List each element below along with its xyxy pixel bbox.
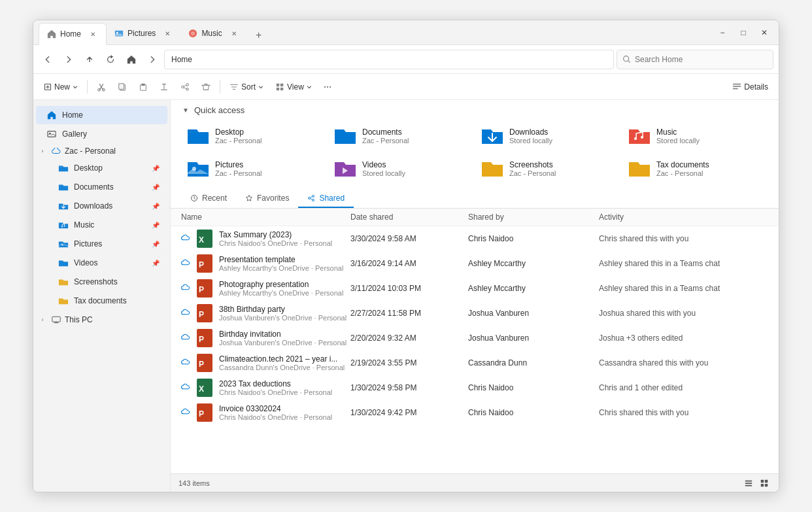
tab-shared[interactable]: Shared — [298, 190, 354, 208]
cut-icon — [97, 82, 106, 92]
svg-text:P: P — [199, 260, 204, 269]
back-button[interactable] — [39, 50, 57, 69]
tab-home-close[interactable]: ✕ — [88, 29, 98, 39]
file-name-info: 2023 Tax deductions Chris Naidoo's OneDr… — [219, 379, 332, 396]
share-button[interactable] — [175, 78, 195, 96]
sidebar-item-desktop[interactable]: Desktop 📌 — [36, 159, 167, 177]
pictures-folder-icon — [58, 239, 69, 249]
home-nav-button[interactable] — [122, 50, 141, 69]
svg-point-15 — [186, 88, 189, 90]
tab-pictures[interactable]: Pictures ✕ — [107, 22, 180, 44]
svg-rect-21 — [733, 86, 741, 87]
header-activity: Activity — [599, 213, 768, 222]
qa-item-videos[interactable]: Videos Stored locally — [328, 153, 474, 184]
refresh-button[interactable] — [101, 50, 120, 69]
table-row[interactable]: P Photography presentation Ashley Mccart… — [171, 276, 779, 301]
new-dropdown-icon — [73, 84, 78, 90]
table-row[interactable]: P Presentation template Ashley Mccarthy'… — [171, 251, 779, 276]
tab-music-label: Music — [201, 29, 222, 38]
up-button[interactable] — [80, 50, 99, 69]
table-row[interactable]: P 38th Birthday party Joshua Vanburen's … — [171, 301, 779, 326]
list-view-button[interactable] — [742, 477, 755, 490]
tab-shared-label: Shared — [319, 194, 345, 203]
details-button[interactable]: Details — [727, 80, 773, 94]
svg-text:P: P — [199, 285, 204, 294]
sidebar-screenshots-label: Screenshots — [74, 277, 160, 286]
qa-item-tax-documents[interactable]: Tax documents Zac - Personal — [622, 153, 768, 184]
sidebar-item-tax-documents[interactable]: Tax documents — [36, 292, 167, 310]
forward-nav-button[interactable] — [143, 50, 161, 69]
sidebar-zac-group[interactable]: › Zac - Personal — [33, 144, 170, 158]
pictures-tab-icon — [114, 29, 124, 38]
tab-recent[interactable]: Recent — [181, 190, 236, 208]
file-type-icon: P — [195, 254, 214, 273]
sidebar-item-music[interactable]: Music 📌 — [36, 216, 167, 234]
view-button[interactable]: View — [270, 78, 317, 96]
svg-rect-52 — [745, 480, 753, 481]
sidebar-item-downloads[interactable]: Downloads 📌 — [36, 197, 167, 215]
tab-music-close[interactable]: ✕ — [229, 28, 239, 39]
copy-button[interactable] — [112, 78, 132, 96]
file-type-icon: P — [195, 354, 214, 372]
svg-rect-10 — [119, 83, 124, 89]
qa-videos-text: Videos Stored locally — [362, 160, 405, 177]
svg-rect-57 — [761, 483, 764, 486]
sidebar-gallery-label: Gallery — [62, 129, 160, 139]
table-row[interactable]: X Tax Summary (2023) Chris Naidoo's OneD… — [171, 226, 779, 251]
file-name-cell: P 38th Birthday party Joshua Vanburen's … — [181, 304, 350, 322]
sidebar-downloads-label: Downloads — [74, 201, 146, 211]
sidebar-item-gallery[interactable]: Gallery — [36, 125, 167, 143]
table-row[interactable]: X 2023 Tax deductions Chris Naidoo's One… — [171, 375, 779, 400]
new-tab-button[interactable]: + — [250, 26, 268, 44]
search-bar[interactable] — [617, 50, 773, 69]
svg-rect-22 — [733, 88, 738, 89]
sidebar-item-pictures[interactable]: Pictures 📌 — [36, 235, 167, 253]
tab-pictures-close[interactable]: ✕ — [162, 28, 173, 39]
qa-item-desktop[interactable]: Desktop Zac - Personal — [181, 120, 327, 152]
tab-favorites[interactable]: Favorites — [236, 190, 298, 208]
details-icon — [732, 82, 741, 92]
new-button[interactable]: New — [39, 78, 83, 96]
cut-button[interactable] — [92, 78, 111, 96]
tab-music[interactable]: Music ✕ — [180, 22, 246, 44]
sidebar-item-documents[interactable]: Documents 📌 — [36, 178, 167, 196]
qa-item-screenshots[interactable]: Screenshots Zac - Personal — [475, 153, 621, 184]
rename-button[interactable] — [154, 78, 174, 96]
table-row[interactable]: P Invoice 03302024 Chris Naidoo's OneDri… — [171, 400, 779, 425]
music-tab-icon — [188, 29, 197, 38]
delete-button[interactable] — [196, 78, 216, 96]
forward-button[interactable] — [59, 50, 78, 69]
qa-item-pictures[interactable]: Pictures Zac - Personal — [181, 153, 327, 184]
sidebar-this-pc-group[interactable]: › This PC — [33, 313, 170, 327]
quick-access-header[interactable]: ▼ Quick access — [171, 100, 779, 118]
desktop-pin-icon: 📌 — [152, 165, 160, 172]
grid-view-button[interactable] — [758, 477, 771, 490]
sidebar-item-videos[interactable]: Videos 📌 — [36, 254, 167, 272]
sidebar-item-home[interactable]: Home — [36, 106, 167, 124]
paste-button[interactable] — [133, 78, 153, 96]
table-row[interactable]: P Climateaction.tech 2021 – year i... Ca… — [171, 350, 779, 375]
minimize-button[interactable]: − — [713, 24, 732, 42]
qa-item-music[interactable]: Music Stored locally — [622, 120, 768, 152]
tab-home[interactable]: Home ✕ — [39, 23, 107, 45]
sidebar-item-screenshots[interactable]: Screenshots — [36, 273, 167, 291]
close-button[interactable]: ✕ — [755, 24, 773, 42]
file-name-cell: P Invoice 03302024 Chris Naidoo's OneDri… — [181, 403, 350, 422]
shared-icon — [307, 194, 315, 202]
sidebar-music-label: Music — [74, 220, 146, 230]
qa-item-documents[interactable]: Documents Zac - Personal — [328, 120, 474, 152]
svg-rect-20 — [733, 83, 741, 84]
table-row[interactable]: P Birthday invitation Joshua Vanburen's … — [171, 326, 779, 350]
more-button[interactable]: ⋯ — [318, 78, 337, 96]
qa-music-icon — [628, 124, 651, 148]
sort-button[interactable]: Sort — [224, 78, 269, 96]
sort-dropdown-icon — [258, 84, 263, 90]
view-dropdown-icon — [307, 84, 312, 90]
qa-item-downloads[interactable]: Downloads Stored locally — [475, 120, 621, 152]
tab-bar: Home ✕ Pictures ✕ — [39, 20, 708, 44]
breadcrumb[interactable]: Home — [164, 50, 614, 69]
maximize-button[interactable]: □ — [734, 24, 753, 42]
window-controls: − □ ✕ — [713, 24, 773, 42]
gallery-sidebar-icon — [46, 129, 57, 139]
search-input[interactable] — [635, 55, 768, 64]
